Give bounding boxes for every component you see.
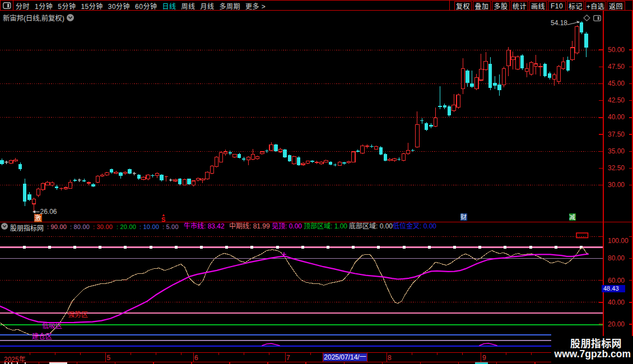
date-axis[interactable]: 2025年56789 2025/07/14/一 — [0, 352, 633, 362]
date-tick-minor — [310, 353, 311, 355]
candlestick-chart[interactable] — [0, 0, 633, 364]
indicator-param-2: : 30.00 — [93, 223, 113, 231]
date-tick-minor — [244, 353, 244, 355]
date-tick-minor — [131, 353, 131, 355]
indicator-header: 股朋指标网 : 90.00: 80.00: 30.00: 20.00: 10.0… — [0, 222, 603, 231]
date-tick-minor — [269, 353, 269, 355]
indicator-param-7: 中期线: 81.99 — [229, 223, 270, 230]
price-axis-label: 35.00 — [608, 147, 625, 155]
watermark-url: www.7gpzb.com — [551, 349, 631, 359]
pane-icon[interactable] — [593, 13, 601, 24]
price-axis-label: 47.50 — [608, 63, 625, 71]
indicator-param-0: : 90.00 — [47, 223, 67, 231]
indicator-axis-label: 80.00 — [608, 254, 625, 262]
price-axis-label: 37.50 — [608, 130, 625, 138]
indicator-param-6: 牛市线: 83.42 — [184, 223, 225, 230]
indicator-value-badge: 48.43 — [602, 285, 625, 292]
date-tick-major — [105, 353, 106, 362]
price-axis-label: 32.50 — [608, 164, 625, 172]
date-tick-minor — [412, 353, 412, 355]
date-tick-major — [285, 353, 286, 362]
indicator-axis-label: 20.00 — [608, 320, 625, 328]
indicator-param-4: : 10.00 — [139, 223, 159, 231]
date-tick-minor — [30, 353, 30, 355]
price-axis-label: 30.00 — [608, 181, 625, 189]
date-tick-minor — [437, 353, 437, 355]
date-tick-major — [193, 353, 194, 362]
date-tick-minor — [55, 353, 55, 355]
date-axis-label: 5 — [107, 354, 111, 362]
price-axis-label: 50.00 — [608, 46, 625, 54]
indicator-param-1: : 80.00 — [70, 223, 90, 231]
indicator-axis-label: 40.00 — [608, 298, 625, 306]
date-axis-label: 6 — [194, 354, 198, 362]
date-tick-major — [387, 353, 387, 362]
date-tick-minor — [80, 353, 81, 355]
date-tick-minor — [462, 353, 463, 355]
high-price-label: 54.18 — [551, 19, 567, 27]
date-tick-minor — [181, 353, 181, 355]
watermark: 股朋指标网 www.7gpzb.com — [551, 336, 633, 364]
low-price-label: 26.06 — [40, 208, 57, 216]
price-axis-label: 40.00 — [608, 113, 625, 121]
signal-marker: ▲S — [161, 213, 165, 222]
indicator-axis-label: 100.00 — [608, 237, 629, 245]
watermark-site-name: 股朋指标网 — [551, 337, 622, 349]
indicator-param-11: 低位金叉: 0.00 — [393, 223, 436, 230]
signal-marker: 减 — [569, 213, 576, 221]
indicator-param-9: 顶部区域: 1.00 — [304, 223, 347, 230]
diamond-icon[interactable] — [583, 13, 590, 24]
date-axis-label: 8 — [388, 354, 392, 362]
indicator-axis-label: 60.00 — [608, 277, 625, 284]
signal-marker: 激 — [34, 214, 42, 222]
date-tick-major — [367, 353, 367, 362]
chevron-down-circle-icon[interactable] — [1, 223, 8, 230]
zone-label: 强势区 — [68, 309, 88, 319]
date-axis-label: 9 — [482, 354, 486, 362]
zone-label: 低吸区 — [42, 320, 62, 330]
selected-date-badge: 2025/07/14/一 — [323, 353, 367, 362]
date-tick-minor — [506, 353, 506, 355]
price-axis-label: 45.00 — [608, 80, 625, 87]
zone-label: 建仓区 — [32, 331, 52, 340]
date-axis-label: 7 — [286, 354, 290, 362]
price-axis-label: 42.50 — [608, 96, 625, 104]
indicator-name[interactable]: 股朋指标网 — [10, 223, 44, 232]
date-tick-minor — [156, 353, 156, 355]
date-tick-minor — [218, 353, 219, 355]
signal-marker: 财 — [460, 213, 467, 221]
indicator-param-10: 底部区域: 0.00 — [349, 223, 393, 230]
indicator-param-5: : 5.00 — [162, 223, 179, 231]
trading-app-window: 分时1分钟5分钟15分钟30分钟60分钟日线周线月线多周期更多 > 复权叠加多股… — [0, 0, 633, 364]
date-tick-major — [481, 353, 481, 362]
date-tick-minor — [531, 353, 532, 355]
indicator-param-8: 见顶: 0.00 — [272, 223, 302, 230]
indicator-param-3: : 20.00 — [117, 223, 136, 231]
